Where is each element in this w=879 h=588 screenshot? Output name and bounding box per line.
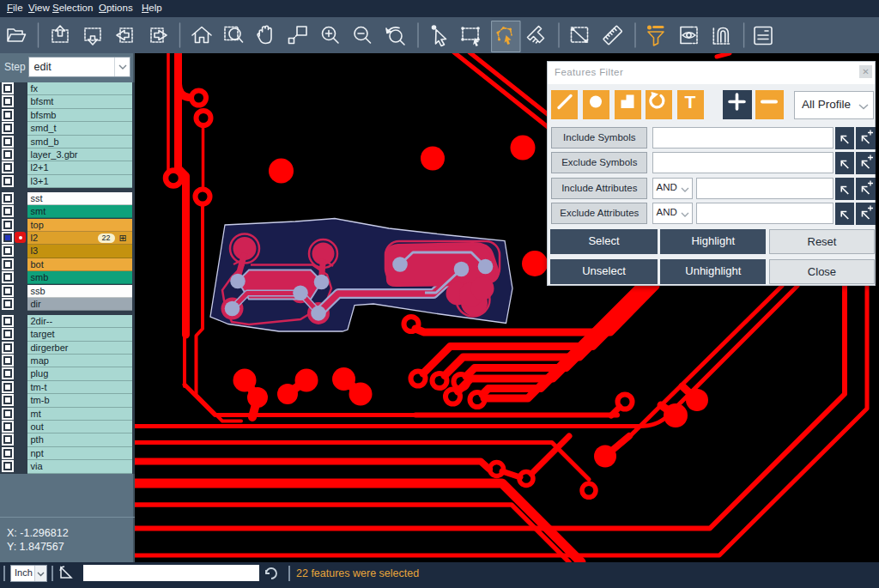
svg-text:T: T [685,92,696,112]
